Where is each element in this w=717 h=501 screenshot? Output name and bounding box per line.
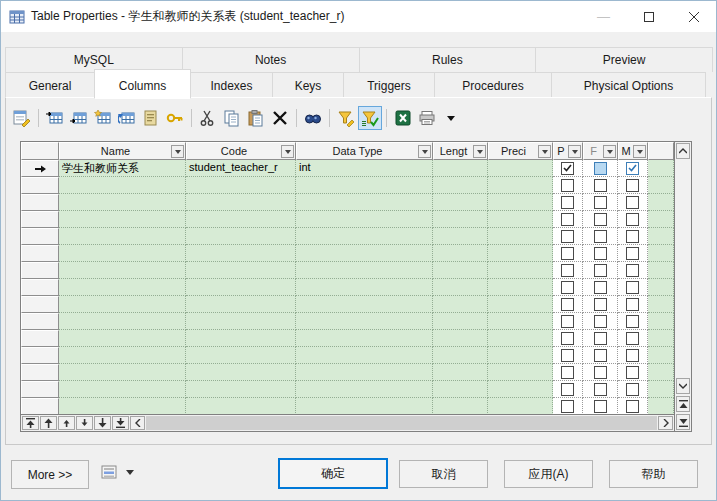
cell-primary[interactable] [553, 398, 583, 414]
cell-length[interactable] [433, 177, 488, 194]
row-selector[interactable] [21, 228, 59, 245]
minimize-button[interactable]: — [581, 1, 626, 32]
checkbox[interactable] [561, 383, 574, 396]
checkbox[interactable] [561, 213, 574, 226]
cell-name[interactable] [59, 347, 186, 364]
cell-primary[interactable] [553, 381, 583, 398]
cell-code[interactable] [186, 381, 296, 398]
cell-primary[interactable] [553, 228, 583, 245]
row-selector[interactable] [21, 364, 59, 381]
checkbox[interactable] [626, 332, 639, 345]
column-header-lengt[interactable]: Lengt [433, 142, 488, 160]
cell-data-type[interactable] [296, 364, 433, 381]
checkbox[interactable] [594, 230, 607, 243]
checkbox[interactable] [626, 298, 639, 311]
cell-foreign[interactable] [583, 296, 618, 313]
checkbox[interactable] [594, 213, 607, 226]
checkbox[interactable] [594, 264, 607, 277]
checkbox[interactable] [626, 213, 639, 226]
cell-mandatory[interactable] [618, 398, 648, 414]
cell-foreign[interactable] [583, 228, 618, 245]
cell-precision[interactable] [488, 381, 553, 398]
cell-length[interactable] [433, 228, 488, 245]
column-filter-dropdown-icon[interactable] [603, 145, 616, 158]
cell-mandatory[interactable] [618, 313, 648, 330]
cell-data-type[interactable] [296, 262, 433, 279]
cell-data-type[interactable]: int [296, 160, 433, 177]
cell-foreign[interactable] [583, 211, 618, 228]
tab-triggers[interactable]: Triggers [343, 72, 435, 98]
cell-primary[interactable] [553, 364, 583, 381]
checkbox[interactable] [594, 332, 607, 345]
delete-icon[interactable] [268, 106, 292, 130]
add-row-icon[interactable] [67, 106, 91, 130]
tab-general[interactable]: General [5, 72, 95, 98]
cell-code[interactable] [186, 177, 296, 194]
cell-data-type[interactable] [296, 228, 433, 245]
cell-data-type[interactable] [296, 381, 433, 398]
column-header-m[interactable]: M [618, 142, 648, 160]
help-button[interactable]: 帮助 [609, 460, 698, 488]
cell-name[interactable]: 学生和教师关系 [59, 160, 186, 177]
cell-name[interactable] [59, 313, 186, 330]
cell-length[interactable] [433, 330, 488, 347]
row-selector[interactable] [21, 262, 59, 279]
cell-code[interactable] [186, 279, 296, 296]
cell-length[interactable] [433, 347, 488, 364]
apply-button[interactable]: 应用(A) [504, 460, 593, 488]
column-header-f[interactable]: F [583, 142, 618, 160]
checkbox[interactable] [561, 298, 574, 311]
copy-icon[interactable] [220, 106, 244, 130]
checkbox[interactable] [561, 230, 574, 243]
column-filter-dropdown-icon[interactable] [633, 145, 646, 158]
cell-precision[interactable] [488, 364, 553, 381]
checkbox[interactable] [594, 349, 607, 362]
cell-precision[interactable] [488, 398, 553, 414]
column-header-preci[interactable]: Preci [488, 142, 553, 160]
cell-foreign[interactable] [583, 364, 618, 381]
checkbox[interactable] [626, 366, 639, 379]
cell-mandatory[interactable] [618, 228, 648, 245]
column-header-data-type[interactable]: Data Type [296, 142, 433, 160]
checkbox[interactable] [626, 383, 639, 396]
checkbox[interactable] [626, 247, 639, 260]
cell-primary[interactable] [553, 211, 583, 228]
cell-data-type[interactable] [296, 347, 433, 364]
cell-code[interactable]: student_teacher_r [186, 160, 296, 177]
cell-length[interactable] [433, 262, 488, 279]
cell-mandatory[interactable] [618, 296, 648, 313]
cell-primary[interactable] [553, 177, 583, 194]
cell-code[interactable] [186, 228, 296, 245]
cell-primary[interactable] [553, 160, 583, 177]
more-button[interactable]: More >> [11, 460, 89, 489]
cell-data-type[interactable] [296, 177, 433, 194]
cell-name[interactable] [59, 364, 186, 381]
column-header-p[interactable]: P [553, 142, 583, 160]
checkbox[interactable] [594, 298, 607, 311]
cell-foreign[interactable] [583, 330, 618, 347]
checkbox[interactable] [561, 162, 574, 175]
cell-mandatory[interactable] [618, 364, 648, 381]
move-last-button[interactable] [112, 416, 129, 430]
cell-data-type[interactable] [296, 313, 433, 330]
cell-mandatory[interactable] [618, 177, 648, 194]
row-selector[interactable] [21, 160, 59, 177]
cell-length[interactable] [433, 160, 488, 177]
cell-precision[interactable] [488, 194, 553, 211]
tab-preview[interactable]: Preview [535, 47, 713, 72]
filter-edit-icon[interactable] [334, 106, 358, 130]
checkbox[interactable] [561, 400, 574, 413]
column-filter-dropdown-icon[interactable] [538, 145, 551, 158]
checkbox[interactable] [561, 315, 574, 328]
vertical-scroll-track[interactable] [675, 160, 691, 377]
checkbox[interactable] [594, 400, 607, 413]
properties-icon[interactable] [10, 106, 34, 130]
move-up-many-button[interactable] [40, 416, 57, 430]
checkbox[interactable] [561, 332, 574, 345]
cell-code[interactable] [186, 296, 296, 313]
cell-primary[interactable] [553, 245, 583, 262]
checkbox[interactable] [561, 281, 574, 294]
cell-foreign[interactable] [583, 313, 618, 330]
cell-length[interactable] [433, 279, 488, 296]
row-selector[interactable] [21, 296, 59, 313]
